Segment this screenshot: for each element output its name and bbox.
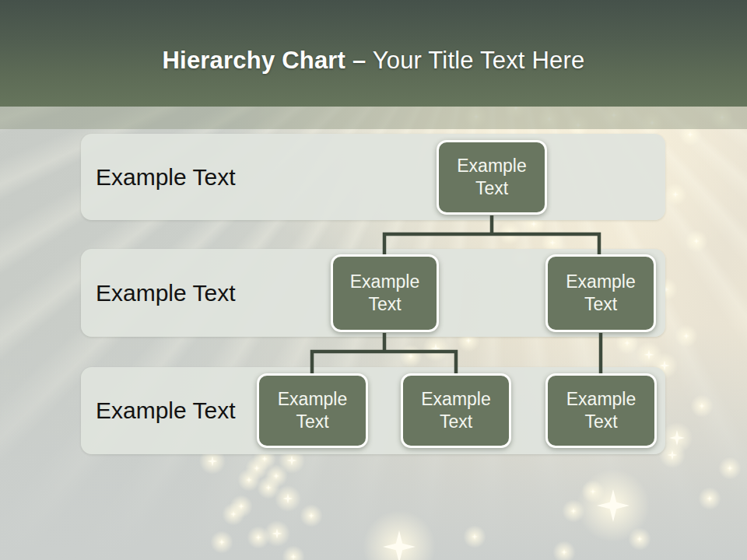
sparkle-star-icon xyxy=(265,485,272,491)
sparkle-star-icon xyxy=(272,529,282,539)
row-3-label: Example Text xyxy=(96,397,236,424)
org-node-root-label: Example Text xyxy=(447,155,537,200)
sparkle-star-icon xyxy=(637,536,643,542)
sparkle-star-icon xyxy=(644,350,654,360)
row-band-1: Example Text xyxy=(81,134,665,220)
sparkle-star-icon xyxy=(570,508,577,514)
sparkle-star-icon xyxy=(208,457,218,467)
title-subtitle: Your Title Text Here xyxy=(373,47,585,74)
org-node-level3-second: Example Text xyxy=(401,373,511,448)
sparkle-star-icon xyxy=(255,534,261,541)
sparkle-star-icon xyxy=(707,495,713,502)
sparkle-star-icon xyxy=(683,333,689,339)
sparkle-star-icon xyxy=(672,191,679,198)
row-2-label: Example Text xyxy=(96,280,236,306)
org-node-level3-second-label: Example Text xyxy=(411,388,501,433)
sparkle-star-icon xyxy=(283,494,293,504)
sparkle-star-icon xyxy=(561,549,567,555)
sparkle-star-icon xyxy=(219,539,225,545)
sparkle-star-icon xyxy=(408,353,414,359)
org-node-level3-third-label: Example Text xyxy=(556,388,647,433)
sparkle-star-icon xyxy=(699,403,705,409)
org-node-level3-first-label: Example Text xyxy=(267,388,358,433)
presentation-slide: Hierarchy Chart – Your Title Text Here E… xyxy=(0,0,747,560)
sparkle-star-icon xyxy=(669,430,685,446)
title-keyword: Hierarchy Chart xyxy=(163,47,346,74)
org-node-level2-right: Example Text xyxy=(545,254,656,332)
sparkle-star-icon xyxy=(308,513,314,519)
sparkle-star-icon xyxy=(507,230,513,236)
org-node-level3-third: Example Text xyxy=(545,373,657,448)
row-1-label: Example Text xyxy=(96,164,236,191)
sparkle-star-icon xyxy=(624,340,630,346)
sparkle-star-icon xyxy=(727,465,733,471)
sparkle-star-icon xyxy=(383,530,416,560)
org-node-level3-first: Example Text xyxy=(257,373,368,448)
sparkle-star-icon xyxy=(687,131,693,138)
sparkle-star-icon xyxy=(590,488,596,495)
sparkle-star-icon xyxy=(472,534,478,540)
title-separator: – xyxy=(352,47,366,74)
slide-title: Hierarchy Chart – Your Title Text Here xyxy=(163,47,585,75)
sparkle-star-icon xyxy=(230,511,237,517)
sparkle-star-icon xyxy=(431,344,441,354)
sparkle-star-icon xyxy=(290,554,296,560)
header-underlay-strip xyxy=(0,107,747,129)
sparkle-star-icon xyxy=(465,338,472,344)
org-node-level2-right-label: Example Text xyxy=(556,271,646,316)
sparkle-star-icon xyxy=(693,238,700,244)
org-node-root: Example Text xyxy=(437,140,547,215)
sparkle-star-icon xyxy=(549,240,556,246)
org-node-level2-left: Example Text xyxy=(331,254,439,332)
sparkle-star-icon xyxy=(246,477,252,483)
org-node-level2-left-label: Example Text xyxy=(341,271,429,316)
title-bar: Hierarchy Chart – Your Title Text Here xyxy=(0,0,747,107)
sparkle-star-icon xyxy=(531,221,537,227)
